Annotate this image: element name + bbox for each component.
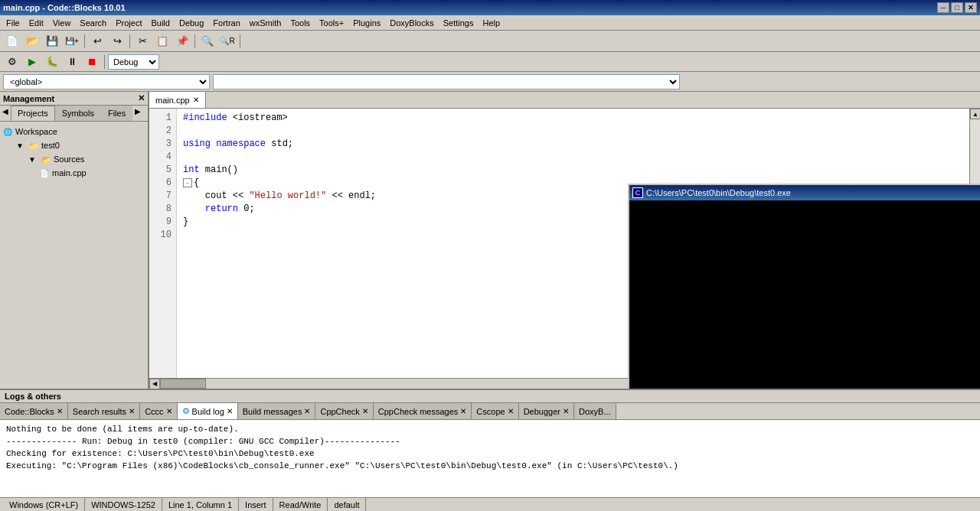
separator4: [240, 34, 240, 48]
menu-edit[interactable]: Edit: [24, 17, 48, 29]
hscroll-thumb[interactable]: [160, 379, 206, 389]
console-body: ▲ ▼: [629, 200, 980, 389]
paste-button[interactable]: 📌: [173, 33, 191, 50]
tab-close-icon[interactable]: ✕: [193, 96, 199, 104]
project-icon: 📁: [28, 139, 40, 151]
run-button[interactable]: ▶: [23, 54, 41, 70]
panel-prev-button[interactable]: ◀: [0, 106, 11, 121]
app-title: main.cpp - Code::Blocks 10.01: [3, 3, 126, 12]
close-button[interactable]: ✕: [965, 2, 977, 13]
tab-debugger-close[interactable]: ✕: [563, 407, 569, 415]
file-icon: 📄: [38, 167, 51, 179]
minimize-button[interactable]: ─: [937, 2, 949, 13]
tab-cppcheck-close[interactable]: ✕: [362, 407, 368, 415]
tab-codeblocks[interactable]: Code::Blocks ✕: [0, 403, 68, 419]
tab-label: main.cpp: [155, 96, 190, 105]
maximize-button[interactable]: □: [951, 2, 963, 13]
line-numbers: 1 2 3 4 5 6 7 8 9 10: [149, 109, 177, 378]
tab-cccc-label: Cccc: [145, 407, 163, 416]
save-all-button[interactable]: 💾+: [63, 33, 81, 50]
menu-debug[interactable]: Debug: [175, 17, 208, 29]
tab-files[interactable]: Files: [101, 106, 132, 121]
menu-toolsplus[interactable]: Tools+: [315, 17, 348, 29]
tab-search-results[interactable]: Search results ✕: [68, 403, 140, 419]
console-titlebar: C C:\Users\PC\test0\bin\Debug\test0.exe …: [629, 185, 980, 200]
hscroll-left-arrow[interactable]: ◀: [149, 379, 160, 389]
tab-cccc[interactable]: Cccc ✕: [140, 403, 177, 419]
tree-main-cpp[interactable]: 📄 main.cpp: [38, 166, 146, 180]
panel-close-button[interactable]: ✕: [138, 93, 145, 103]
scroll-up-arrow[interactable]: ▲: [970, 109, 980, 119]
panel-next-button[interactable]: ▶: [132, 106, 143, 121]
cut-button[interactable]: ✂: [133, 33, 152, 50]
settings-icon[interactable]: ⚙: [3, 54, 21, 70]
panel-title: Management: [3, 94, 54, 103]
find-button[interactable]: 🔍: [198, 33, 217, 50]
tab-debugger[interactable]: Debugger ✕: [519, 403, 574, 419]
address-bar: <global>: [0, 72, 980, 92]
menu-settings[interactable]: Settings: [439, 17, 479, 29]
tree-project[interactable]: ▼ 📁 test0: [14, 138, 146, 152]
tab-cppchkmsg-close[interactable]: ✕: [460, 407, 466, 415]
menu-fortran[interactable]: Fortran: [208, 17, 244, 29]
code-line-4: [183, 151, 963, 164]
undo-button[interactable]: ↩: [88, 33, 106, 50]
code-line-5: int main(): [183, 164, 963, 177]
console-window[interactable]: C C:\Users\PC\test0\bin\Debug\test0.exe …: [628, 184, 980, 389]
tab-main-cpp[interactable]: main.cpp ✕: [149, 92, 206, 108]
menu-view[interactable]: View: [48, 17, 76, 29]
global-select[interactable]: <global>: [3, 74, 210, 90]
tree-sources[interactable]: ▼ 📂 Sources: [26, 152, 146, 166]
logs-label: Logs & others: [5, 392, 61, 401]
tab-debugger-label: Debugger: [524, 407, 560, 416]
tab-cppcheck[interactable]: CppCheck ✕: [315, 403, 373, 419]
project-label: test0: [41, 141, 60, 150]
debug-toolbar: ⚙ ▶ 🐛 ⏸ ⏹ Debug Release: [0, 52, 980, 72]
tab-search-close[interactable]: ✕: [129, 407, 135, 415]
menu-help[interactable]: Help: [478, 17, 505, 29]
tab-cscope-close[interactable]: ✕: [508, 407, 514, 415]
editor-area: main.cpp ✕ 1 2 3 4 5 6 7 8 9 10: [149, 92, 980, 389]
tree-workspace[interactable]: 🌐 Workspace: [2, 125, 146, 138]
menu-doxyblocks[interactable]: DoxyBlocks: [385, 17, 438, 29]
tab-symbols[interactable]: Symbols: [55, 106, 101, 121]
build-config-select[interactable]: Debug Release: [108, 54, 159, 70]
tab-build-log[interactable]: ⚙ Build log ✕: [178, 403, 238, 419]
log-line-6: Executing: "C:\Program Files (x86)\CodeB…: [6, 460, 974, 472]
new-button[interactable]: 📄: [3, 33, 21, 50]
project-expand-icon: ▼: [14, 139, 26, 151]
bottom-panel: Logs & others Code::Blocks ✕ Search resu…: [0, 389, 980, 511]
menu-plugins[interactable]: Plugins: [348, 17, 385, 29]
tab-build-messages[interactable]: Build messages ✕: [238, 403, 316, 419]
save-button[interactable]: 💾: [43, 33, 61, 50]
panel-tabs: ◀ Projects Symbols Files ▶: [0, 106, 148, 122]
tab-codeblocks-close[interactable]: ✕: [57, 407, 63, 415]
tab-buildlog-close[interactable]: ✕: [227, 407, 233, 415]
replace-button[interactable]: 🔍R: [218, 33, 237, 50]
function-select[interactable]: [213, 74, 680, 90]
tab-projects[interactable]: Projects: [11, 106, 55, 121]
menu-project[interactable]: Project: [111, 17, 146, 29]
menu-build[interactable]: Build: [146, 17, 174, 29]
tab-doxyb-label: DoxyB...: [579, 407, 611, 416]
tab-cscope[interactable]: Cscope ✕: [472, 403, 518, 419]
menu-search[interactable]: Search: [75, 17, 111, 29]
fold-marker[interactable]: -: [183, 178, 192, 187]
log-line-1: Nothing to be done (all items are up-to-…: [6, 423, 974, 435]
tab-buildmsg-close[interactable]: ✕: [304, 407, 310, 415]
tab-cccc-close[interactable]: ✕: [166, 407, 172, 415]
pause-button[interactable]: ⏸: [63, 54, 81, 70]
menu-file[interactable]: File: [2, 17, 24, 29]
tab-doxyb[interactable]: DoxyB...: [574, 403, 616, 419]
menu-tools[interactable]: Tools: [286, 17, 315, 29]
debug-button[interactable]: 🐛: [43, 54, 61, 70]
copy-button[interactable]: 📋: [153, 33, 172, 50]
redo-button[interactable]: ↪: [108, 33, 126, 50]
main-cpp-label: main.cpp: [52, 168, 87, 177]
tab-search-label: Search results: [73, 407, 126, 416]
tab-cppcheck-messages[interactable]: CppCheck messages ✕: [374, 403, 472, 419]
workspace-icon: 🌐: [2, 125, 14, 138]
open-button[interactable]: 📂: [23, 33, 41, 50]
menu-wxsmith[interactable]: wxSmith: [245, 17, 286, 29]
stop-button[interactable]: ⏹: [83, 54, 101, 70]
